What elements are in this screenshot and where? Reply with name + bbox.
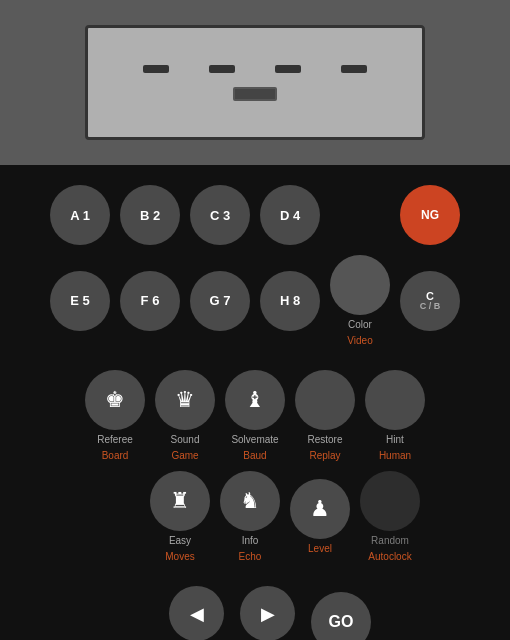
button-hint[interactable]: Hint Human bbox=[365, 370, 425, 461]
button-restore[interactable]: Restore Replay bbox=[295, 370, 355, 461]
button-f6[interactable]: F 6 bbox=[120, 271, 180, 331]
button-next-best[interactable]: ◀ Next Best bbox=[169, 586, 224, 640]
easy-icon: ♜ bbox=[150, 471, 210, 531]
button-h8[interactable]: H 8 bbox=[260, 271, 320, 331]
button-b2[interactable]: B 2 bbox=[120, 185, 180, 245]
info-icon: ♞ bbox=[220, 471, 280, 531]
button-c3[interactable]: C 3 bbox=[190, 185, 250, 245]
nav-row: ◀ Next Best ▶ Autoplay GO bbox=[139, 586, 371, 640]
row-2: E 5 F 6 G 7 H 8 Color Video C C / B bbox=[50, 255, 460, 346]
next-best-icon: ◀ bbox=[169, 586, 224, 640]
button-ccb[interactable]: C C / B bbox=[400, 271, 460, 331]
display-rect bbox=[233, 87, 277, 101]
display-top-row bbox=[143, 65, 367, 73]
button-go[interactable]: GO bbox=[311, 592, 371, 641]
button-ng[interactable]: NG bbox=[400, 185, 460, 245]
device-display bbox=[85, 25, 425, 140]
display-dash-3 bbox=[275, 65, 301, 73]
hint-icon bbox=[365, 370, 425, 430]
button-easy[interactable]: ♜ Easy Moves bbox=[150, 471, 210, 562]
solvemate-icon: ♝ bbox=[225, 370, 285, 430]
random-icon bbox=[360, 471, 420, 531]
button-solvemate[interactable]: ♝ Solvemate Baud bbox=[225, 370, 285, 461]
button-a1[interactable]: A 1 bbox=[50, 185, 110, 245]
display-dash-2 bbox=[209, 65, 235, 73]
row-1: A 1 B 2 C 3 D 4 NG bbox=[50, 185, 460, 245]
display-dash-1 bbox=[143, 65, 169, 73]
button-color[interactable]: Color Video bbox=[330, 255, 390, 346]
button-g7[interactable]: G 7 bbox=[190, 271, 250, 331]
button-autoplay[interactable]: ▶ Autoplay bbox=[240, 586, 295, 640]
button-d4[interactable]: D 4 bbox=[260, 185, 320, 245]
go-icon: GO bbox=[311, 592, 371, 641]
restore-icon bbox=[295, 370, 355, 430]
autoplay-icon: ▶ bbox=[240, 586, 295, 640]
icon-row-2: ♜ Easy Moves ♞ Info Echo ♟ Level Random … bbox=[90, 471, 420, 562]
display-dash-4 bbox=[341, 65, 367, 73]
color-icon-circle bbox=[330, 255, 390, 315]
referee-icon: ♚ bbox=[85, 370, 145, 430]
top-panel bbox=[0, 0, 510, 165]
button-level[interactable]: ♟ Level bbox=[290, 479, 350, 554]
button-info[interactable]: ♞ Info Echo bbox=[220, 471, 280, 562]
button-e5[interactable]: E 5 bbox=[50, 271, 110, 331]
button-random[interactable]: Random Autoclock bbox=[360, 471, 420, 562]
icon-row-1: ♚ Referee Board ♛ Sound Game ♝ Solvemate… bbox=[85, 370, 425, 461]
button-sound[interactable]: ♛ Sound Game bbox=[155, 370, 215, 461]
level-icon: ♟ bbox=[290, 479, 350, 539]
button-referee[interactable]: ♚ Referee Board bbox=[85, 370, 145, 461]
sound-icon: ♛ bbox=[155, 370, 215, 430]
controls-area: A 1 B 2 C 3 D 4 NG E 5 F 6 G 7 H 8 bbox=[0, 165, 510, 640]
spacer-1 bbox=[330, 185, 390, 245]
